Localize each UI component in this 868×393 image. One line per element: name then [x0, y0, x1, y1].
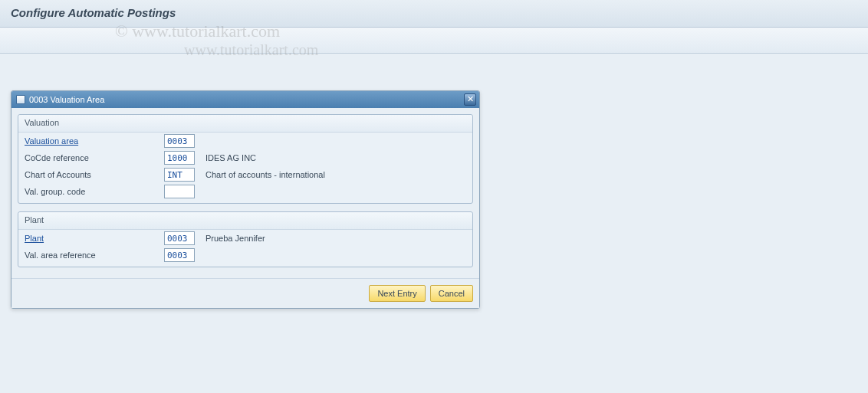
val-group-code-label: Val. group. code — [25, 187, 164, 196]
val-area-reference-input[interactable]: 0003 — [164, 248, 195, 262]
dialog-titlebar[interactable]: 0003 Valuation Area ✕ — [12, 91, 479, 108]
dialog-body: Valuation Valuation area 0003 CoCde refe… — [12, 108, 479, 278]
plant-desc: Prueba Jennifer — [205, 234, 265, 243]
plant-label[interactable]: Plant — [25, 234, 164, 243]
plant-input[interactable]: 0003 — [164, 231, 195, 245]
val-area-reference-label: Val. area reference — [25, 251, 164, 260]
content-area: 0003 Valuation Area ✕ Valuation Valuatio… — [0, 54, 868, 319]
field-cocde-reference: CoCde reference 1000 IDES AG INC — [18, 149, 472, 166]
page-title: Configure Automatic Postings — [11, 6, 857, 19]
close-icon[interactable]: ✕ — [464, 93, 476, 106]
cocde-reference-input[interactable]: 1000 — [164, 151, 195, 165]
dialog-footer: Next Entry Cancel — [12, 278, 479, 308]
page-header: Configure Automatic Postings — [0, 0, 868, 28]
valuation-group: Valuation Valuation area 0003 CoCde refe… — [18, 114, 473, 204]
field-valuation-area: Valuation area 0003 — [18, 133, 472, 149]
valuation-area-label[interactable]: Valuation area — [25, 136, 164, 146]
field-plant: Plant 0003 Prueba Jennifer — [18, 230, 472, 247]
dialog-icon — [16, 95, 25, 104]
plant-group-title: Plant — [18, 212, 472, 230]
chart-of-accounts-label: Chart of Accounts — [25, 170, 164, 179]
chart-of-accounts-input[interactable]: INT — [164, 168, 195, 182]
valuation-area-input[interactable]: 0003 — [164, 134, 195, 148]
cocde-reference-desc: IDES AG INC — [205, 153, 256, 162]
cocde-reference-label: CoCde reference — [25, 153, 164, 162]
plant-group: Plant Plant 0003 Prueba Jennifer Val. ar… — [18, 211, 473, 267]
dialog-title: 0003 Valuation Area — [29, 95, 104, 104]
field-val-group-code: Val. group. code — [18, 183, 472, 200]
toolbar — [0, 28, 868, 54]
field-val-area-reference: Val. area reference 0003 — [18, 247, 472, 264]
next-entry-button[interactable]: Next Entry — [369, 285, 425, 302]
chart-of-accounts-desc: Chart of accounts - international — [205, 170, 325, 179]
valuation-group-title: Valuation — [18, 115, 472, 133]
valuation-area-dialog: 0003 Valuation Area ✕ Valuation Valuatio… — [11, 90, 480, 309]
field-chart-of-accounts: Chart of Accounts INT Chart of accounts … — [18, 166, 472, 183]
cancel-button[interactable]: Cancel — [430, 285, 473, 302]
val-group-code-input[interactable] — [164, 185, 195, 198]
